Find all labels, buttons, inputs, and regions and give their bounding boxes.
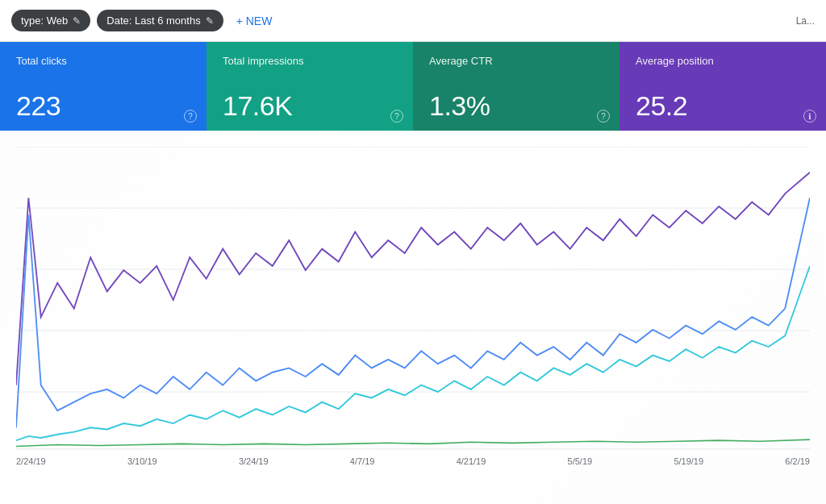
metric-value-2: 1.3% [429, 91, 603, 121]
metric-help-0[interactable]: ? [184, 110, 197, 123]
metric-help-3[interactable]: ℹ [803, 110, 816, 123]
metric-card-1: Total impressions 17.6K ? [206, 42, 413, 131]
chart-area [16, 147, 810, 453]
x-label-4: 4/21/19 [457, 456, 486, 466]
date-filter-chip[interactable]: Date: Last 6 months ✎ [97, 10, 223, 31]
metric-card-0: Total clicks 223 ? [0, 42, 206, 131]
x-label-0: 2/24/19 [16, 456, 46, 466]
line-chart [16, 147, 810, 453]
x-label-2: 3/24/19 [239, 456, 269, 466]
x-label-1: 3/10/19 [127, 456, 157, 466]
metric-label-3: Average position [636, 55, 810, 67]
main-content: Total clicks 223 ? Total impressions 17.… [0, 42, 826, 504]
metric-help-2[interactable]: ? [597, 110, 610, 123]
toolbar: type: Web ✎ Date: Last 6 months ✎ + NEW … [0, 0, 826, 42]
x-label-5: 5/5/19 [568, 456, 593, 466]
metric-help-1[interactable]: ? [390, 110, 403, 123]
x-label-7: 6/2/19 [785, 456, 810, 466]
x-axis-labels: 2/24/193/10/193/24/194/7/194/21/195/5/19… [16, 453, 810, 466]
date-filter-edit-icon: ✎ [206, 15, 214, 27]
metrics-row: Total clicks 223 ? Total impressions 17.… [0, 42, 826, 131]
x-label-6: 5/19/19 [674, 456, 703, 466]
metric-value-1: 17.6K [223, 91, 397, 121]
type-filter-label: type: Web [21, 15, 68, 27]
metric-card-3: Average position 25.2 ℹ [620, 42, 826, 131]
metric-label-0: Total clicks [16, 55, 190, 67]
type-filter-edit-icon: ✎ [73, 15, 81, 27]
x-label-3: 4/7/19 [350, 456, 375, 466]
new-button[interactable]: + NEW [230, 10, 279, 32]
chart-container: 2/24/193/10/193/24/194/7/194/21/195/5/19… [0, 131, 826, 504]
metric-label-2: Average CTR [429, 55, 603, 67]
metric-value-0: 223 [16, 91, 190, 121]
type-filter-chip[interactable]: type: Web ✎ [11, 10, 90, 31]
metric-value-3: 25.2 [636, 91, 810, 121]
metric-card-2: Average CTR 1.3% ? [413, 42, 620, 131]
date-filter-label: Date: Last 6 months [106, 15, 200, 27]
top-right-label: La... [796, 15, 815, 27]
metric-label-1: Total impressions [223, 55, 397, 67]
